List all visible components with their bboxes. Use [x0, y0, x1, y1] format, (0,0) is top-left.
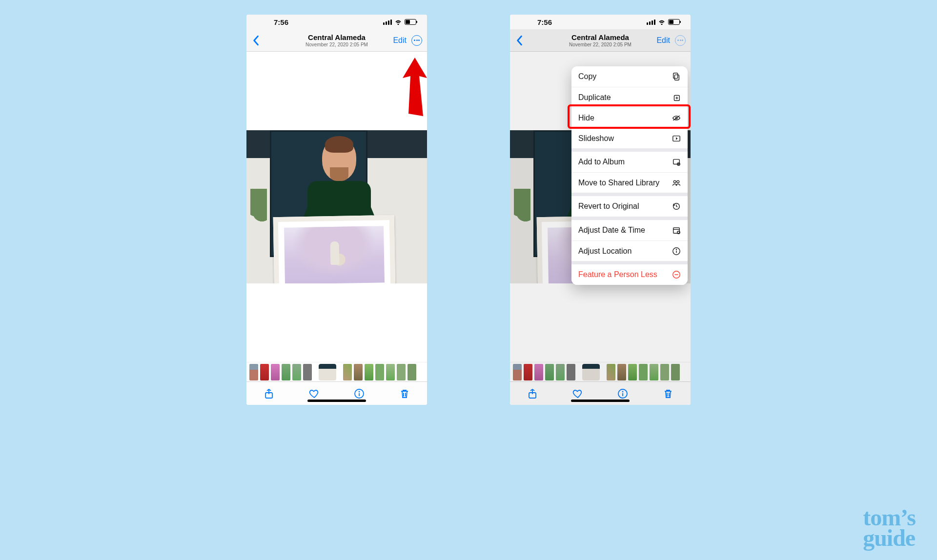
- thumb[interactable]: [556, 364, 565, 380]
- svg-rect-13: [674, 75, 679, 80]
- info-circle-icon: [672, 247, 681, 256]
- menu-duplicate-label: Duplicate: [578, 93, 611, 102]
- status-time: 7:56: [521, 18, 552, 26]
- status-bar: 7:56: [510, 15, 691, 29]
- play-rect-icon: [672, 134, 681, 143]
- thumb[interactable]: [386, 364, 395, 380]
- menu-duplicate[interactable]: Duplicate: [571, 87, 688, 107]
- battery-icon: [668, 19, 680, 25]
- wifi-icon: [394, 19, 402, 25]
- menu-move-shared[interactable]: Move to Shared Library: [571, 172, 688, 193]
- watermark: tom’s guide: [863, 507, 916, 548]
- edit-button[interactable]: Edit: [656, 36, 670, 45]
- thumb[interactable]: [650, 364, 658, 380]
- thumb[interactable]: [397, 364, 406, 380]
- menu-feature-less-label: Feature a Person Less: [578, 270, 657, 279]
- menu-adjust-datetime-label: Adjust Date & Time: [578, 226, 645, 235]
- status-bar: 7:56: [246, 15, 427, 29]
- more-options-button[interactable]: [411, 35, 422, 46]
- thumb[interactable]: [513, 364, 522, 380]
- thumb[interactable]: [375, 364, 384, 380]
- status-time: 7:56: [257, 18, 288, 26]
- back-chevron-icon[interactable]: [251, 35, 260, 46]
- menu-adjust-location[interactable]: Adjust Location: [571, 240, 688, 261]
- svg-rect-22: [673, 160, 680, 164]
- menu-slideshow[interactable]: Slideshow: [571, 128, 688, 148]
- menu-copy[interactable]: Copy: [571, 66, 688, 87]
- thumb[interactable]: [671, 364, 680, 380]
- share-icon[interactable]: [263, 388, 275, 400]
- thumbnail-strip[interactable]: [246, 362, 427, 381]
- annotation-arrow: [398, 58, 427, 116]
- thumb[interactable]: [607, 364, 615, 380]
- back-chevron-icon[interactable]: [515, 35, 524, 46]
- menu-adjust-datetime[interactable]: Adjust Date & Time: [571, 220, 688, 240]
- svg-point-3: [359, 391, 360, 392]
- home-indicator[interactable]: [571, 400, 630, 402]
- more-options-button[interactable]: [675, 35, 686, 46]
- thumb[interactable]: [271, 364, 280, 380]
- nav-header: Central Alameda November 22, 2020 2:05 P…: [246, 29, 427, 52]
- menu-move-shared-label: Move to Shared Library: [578, 179, 659, 187]
- favorite-icon[interactable]: [572, 388, 584, 400]
- svg-point-26: [673, 180, 676, 183]
- thumb[interactable]: [628, 364, 637, 380]
- context-menu: Copy Duplicate Hide Slideshow Add to Alb…: [571, 66, 688, 285]
- thumb[interactable]: [567, 364, 575, 380]
- thumb[interactable]: [617, 364, 626, 380]
- thumbnail-strip[interactable]: [510, 362, 691, 381]
- thumb-current[interactable]: [582, 364, 600, 380]
- minus-circle-icon: [672, 270, 681, 279]
- thumb[interactable]: [660, 364, 669, 380]
- thumb[interactable]: [303, 364, 312, 380]
- share-icon[interactable]: [527, 388, 538, 400]
- thumb[interactable]: [365, 364, 373, 380]
- annotation-highlight-hide: [570, 106, 689, 127]
- svg-marker-6: [403, 58, 427, 116]
- thumb[interactable]: [260, 364, 269, 380]
- battery-icon: [405, 19, 416, 25]
- thumb[interactable]: [249, 364, 258, 380]
- nav-header: Central Alameda November 22, 2020 2:05 P…: [510, 29, 691, 52]
- svg-point-34: [676, 249, 676, 249]
- thumb[interactable]: [639, 364, 648, 380]
- thumb-current[interactable]: [319, 364, 336, 380]
- trash-icon[interactable]: [399, 388, 410, 400]
- info-icon[interactable]: [353, 388, 365, 400]
- svg-rect-29: [673, 228, 680, 234]
- cellular-icon: [647, 20, 655, 25]
- home-indicator[interactable]: [307, 400, 366, 402]
- info-icon[interactable]: [617, 388, 629, 400]
- menu-copy-label: Copy: [578, 72, 596, 81]
- thumb[interactable]: [545, 364, 554, 380]
- svg-point-27: [677, 180, 679, 183]
- menu-add-to-album-label: Add to Album: [578, 158, 625, 166]
- svg-marker-21: [676, 137, 678, 140]
- revert-icon: [672, 202, 681, 211]
- thumb[interactable]: [282, 364, 290, 380]
- thumb[interactable]: [343, 364, 352, 380]
- screenshot-left: 7:56 Central Alameda November 22, 2020 2…: [246, 15, 427, 405]
- favorite-icon[interactable]: [308, 388, 320, 400]
- people-icon: [672, 179, 681, 187]
- wifi-icon: [658, 19, 666, 25]
- trash-icon[interactable]: [662, 388, 674, 400]
- thumb[interactable]: [407, 364, 416, 380]
- screenshot-right: 7:56 Central Alameda November 22, 2020 2…: [510, 15, 691, 405]
- album-add-icon: [672, 158, 681, 166]
- watermark-line2: guide: [863, 525, 915, 551]
- edit-button[interactable]: Edit: [393, 36, 407, 45]
- menu-feature-less[interactable]: Feature a Person Less: [571, 264, 688, 285]
- thumb[interactable]: [534, 364, 543, 380]
- svg-rect-14: [673, 73, 678, 79]
- cellular-icon: [383, 20, 392, 25]
- menu-slideshow-label: Slideshow: [578, 134, 614, 143]
- duplicate-icon: [672, 93, 681, 102]
- menu-revert[interactable]: Revert to Original: [571, 196, 688, 217]
- menu-add-to-album[interactable]: Add to Album: [571, 152, 688, 172]
- thumb[interactable]: [354, 364, 363, 380]
- thumb[interactable]: [524, 364, 532, 380]
- menu-revert-label: Revert to Original: [578, 202, 639, 211]
- calendar-icon: [672, 226, 681, 235]
- thumb[interactable]: [292, 364, 301, 380]
